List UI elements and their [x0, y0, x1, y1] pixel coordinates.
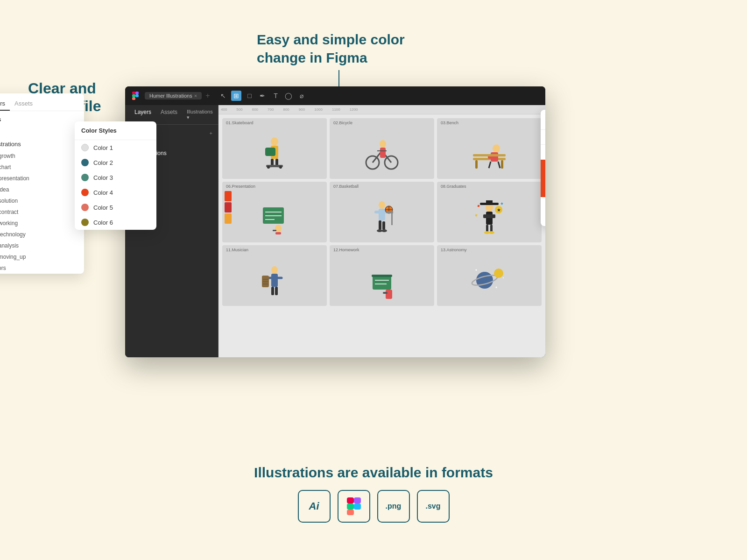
color-style-4[interactable]: Color 4	[75, 185, 156, 200]
figma-tools: ↖ ⊞ □ ✒ T ◯ ⌀	[218, 91, 307, 101]
layer-05-contract[interactable]: # 05_contract	[0, 206, 84, 218]
svg-rect-7	[265, 148, 275, 156]
layer-09-chart[interactable]: # 09_chart	[0, 162, 84, 173]
layer-04-working[interactable]: # 04_working	[0, 218, 84, 229]
tab-assets[interactable]: Assets	[156, 105, 182, 124]
color-name-5: Color 5	[93, 204, 113, 211]
color-style-1[interactable]: Color 1	[75, 140, 156, 155]
svg-rect-1	[135, 92, 139, 94]
tool-text[interactable]: T	[270, 91, 281, 101]
colors-label: Colors	[0, 265, 6, 271]
label-bench: 03.Bench	[441, 121, 458, 125]
color-style-6[interactable]: Color 6	[75, 215, 156, 230]
label-skateboard: 01.Skateboard	[226, 121, 254, 125]
svg-rect-73	[275, 287, 278, 295]
svg-rect-79	[386, 290, 392, 299]
canvas-item-presentation: 06.Presentation	[222, 182, 327, 242]
edit-style-header: Edit style ×	[541, 110, 545, 130]
layer-label: 08_presentation	[0, 175, 29, 182]
svg-rect-9	[275, 159, 278, 165]
canvas-item-astronomy: 13.Astronomy	[437, 245, 542, 306]
description-input[interactable]	[541, 145, 545, 160]
svg-rect-45	[379, 220, 381, 230]
svg-point-39	[379, 201, 385, 209]
file-tab[interactable]: Humer Illustrations ×	[145, 92, 202, 99]
layer-03-technology[interactable]: # 03_technology	[0, 229, 84, 240]
tool-frame[interactable]: ⊞	[231, 91, 241, 101]
layer-label: 04_working	[0, 220, 18, 227]
format-ai: Ai	[298, 490, 331, 523]
illus-presentation	[225, 193, 324, 240]
canvas-ruler: 400 500 600 700 800 900 1000 1100 1200	[218, 105, 545, 114]
layers-tab-assets[interactable]: Assets	[10, 97, 37, 111]
svg-rect-38	[273, 230, 276, 231]
add-tab[interactable]: +	[205, 92, 210, 100]
color-name-input[interactable]: Color 4	[541, 130, 545, 145]
color-style-5[interactable]: Color 5	[75, 200, 156, 215]
label-presentation: 06.Presentation	[226, 184, 255, 189]
bottom-section: Illustrations are available in formats A…	[0, 465, 747, 523]
color-name-6: Color 6	[93, 219, 113, 226]
layer-label: 05_contract	[0, 209, 18, 215]
png-label: .png	[386, 502, 402, 510]
svg-rect-2	[132, 94, 135, 97]
tab-label: Humer Illustrations	[149, 93, 192, 99]
svg-rect-64	[475, 214, 478, 217]
color-dot-3	[81, 174, 89, 181]
layer-06-solution[interactable]: # 06_solution	[0, 195, 84, 206]
svg-point-65	[271, 266, 278, 274]
tool-prototype[interactable]: ⌀	[296, 91, 307, 101]
svg-point-84	[495, 269, 502, 277]
figma-canvas[interactable]: 400 500 600 700 800 900 1000 1100 1200 0…	[218, 105, 545, 357]
strip-orange	[225, 213, 232, 224]
svg-rect-92	[347, 510, 354, 515]
color-style-2[interactable]: Color 2	[75, 155, 156, 170]
illus-skateboard	[225, 130, 324, 177]
svg-rect-62	[477, 205, 479, 207]
color-styles-panel: Color Styles Color 1 Color 2 Color 3 Col…	[75, 121, 156, 230]
layers-page-illustrations[interactable]: ✓ Illustrations	[0, 138, 84, 150]
strip-darkred	[225, 202, 232, 213]
layer-label: 01_moving_up	[0, 254, 26, 260]
label-basketball: 07.Basketball	[333, 184, 359, 189]
layer-label: 09_chart	[0, 164, 11, 170]
tab-close[interactable]: ×	[194, 93, 197, 99]
tool-pen[interactable]: ✒	[257, 91, 268, 101]
layer-07-idea[interactable]: # 07_idea	[0, 184, 84, 195]
layer-label: 03_technology	[0, 231, 26, 238]
color-dot-1	[81, 144, 89, 151]
layers-pages-title: Pages	[0, 116, 1, 123]
color-name-3: Color 3	[93, 174, 113, 181]
figma-body: Layers Assets Illustrations ▾ Pages + Co…	[125, 105, 545, 357]
svg-rect-74	[373, 276, 391, 290]
ai-label: Ai	[309, 500, 319, 512]
svg-rect-55	[483, 214, 495, 218]
layers-tab-layers[interactable]: Layers	[0, 97, 10, 111]
layer-02-analysis[interactable]: # 02_analysis	[0, 240, 84, 251]
figma-toolbar: Humer Illustrations × + ↖ ⊞ □ ✒ T ◯ ⌀	[125, 86, 545, 105]
format-figma	[338, 490, 370, 523]
canvas-item-graduates: 08.Graduates	[437, 182, 542, 242]
layer-01-moving-up[interactable]: # 01_moving_up	[0, 251, 84, 262]
color-style-3[interactable]: Color 3	[75, 170, 156, 185]
tool-shape[interactable]: ◯	[283, 91, 294, 101]
svg-point-87	[503, 277, 504, 278]
layer-colors[interactable]: ⊞ Colors	[0, 262, 84, 274]
layer-10-growth[interactable]: # 10_growth	[0, 150, 84, 162]
svg-rect-88	[347, 497, 354, 503]
illus-graduates: ★	[439, 193, 539, 240]
color-preview[interactable]	[541, 160, 545, 197]
tab-illustrations[interactable]: Illustrations ▾	[182, 105, 218, 124]
illus-bicycle	[332, 130, 432, 177]
svg-rect-40	[379, 209, 385, 220]
canvas-item-musician: 11.Musician	[222, 245, 327, 306]
edit-style-panel: Edit style × Color 4 Properties + FC6025…	[541, 110, 545, 226]
illus-basketball	[332, 193, 432, 240]
tool-rectangle[interactable]: □	[244, 91, 254, 101]
layer-08-presentation[interactable]: # 08_presentation	[0, 173, 84, 184]
add-page-btn[interactable]: +	[210, 130, 212, 136]
layers-page-cover[interactable]: Cover	[0, 125, 84, 138]
tool-select[interactable]: ↖	[218, 91, 228, 101]
top-center-text: Easy and simple color change in Figma	[257, 30, 406, 67]
figma-logo	[130, 90, 141, 101]
